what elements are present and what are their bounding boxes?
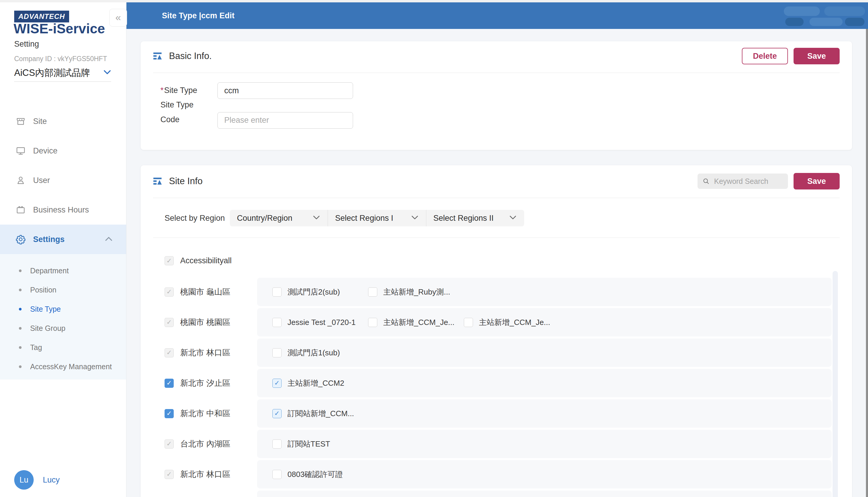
region-checkbox[interactable]: ✓ [165,409,174,418]
region-label: 新北市 汐止區 [180,378,231,388]
sites-panel: 0803確認許可證 [257,460,832,488]
top-header-bar: Site Type |ccm Edit [126,2,868,29]
accessibility-label: Accessibilityall [180,256,232,265]
region-cell: ✓新北市 中和區 [153,408,257,419]
site-checkbox[interactable] [272,287,281,297]
region-cell: ✓台北市 內湖區 [153,439,257,449]
dropdown-regions-2[interactable]: Select Regions II [426,210,524,226]
region-label: 新北市 林口區 [180,469,231,480]
region-row: ✓新北市 汐止區✓主站新增_CCM2 [153,369,840,397]
site-checkbox[interactable] [272,439,281,449]
sidebar-item-settings[interactable]: Settings [0,225,126,254]
submenu-item-accesskey-management[interactable]: AccessKey Management [0,357,126,376]
page-scrollbar[interactable] [866,29,868,497]
redacted-user-info [784,6,820,16]
site-checkbox[interactable] [368,318,377,327]
site-checkbox[interactable] [272,318,281,327]
site-type-label: *Site Type [161,83,218,98]
region-checkbox[interactable]: ✓ [165,348,174,357]
sidebar-item-label: Settings [33,235,65,244]
bullet-icon [19,346,22,349]
chevron-down-icon [411,215,418,221]
settings-submenu: DepartmentPositionSite TypeSite GroupTag… [0,254,126,380]
chevron-up-icon [105,237,113,242]
region-cell: ✓桃園市 龜山區 [153,287,257,297]
region-label: 新北市 林口區 [180,347,231,358]
site-type-code-input[interactable] [218,112,353,129]
site-label: 主站新增_CCM2 [288,378,344,388]
sidebar-item-label: Business Hours [33,205,89,215]
bullet-icon [19,327,22,330]
sidebar-item-business-hours[interactable]: Business Hours [0,195,126,225]
site-cell: ✓訂閱站新增_CCM... [272,409,368,419]
region-row: ✓新北市 永和區✓主站_CCM3 [153,491,840,497]
company-id: Company ID : vkYyFGS50HFT [14,55,107,63]
site-type-input[interactable] [218,82,353,99]
region-row: ✓新北市 林口區測試門店1(sub) [153,339,840,367]
region-row: ✓桃園市 龜山區測試門店2(sub)主站新增_Ruby測... [153,278,840,306]
sidebar-item-label: Site [33,117,47,126]
redacted-user-info [785,18,803,26]
region-label: 新北市 中和區 [180,408,231,419]
site-checkbox[interactable] [368,287,377,297]
site-checkbox[interactable] [464,318,473,327]
dropdown-country-region[interactable]: Country/Region [230,210,328,226]
site-cell: 測試門店1(sub) [272,348,368,358]
brand-selector[interactable]: AiCS內部測試品牌 [14,64,111,82]
submenu-item-department[interactable]: Department [0,261,126,280]
user-profile[interactable]: Lu Lucy [14,470,60,489]
required-asterisk: * [161,86,164,95]
site-cell: ✓主站新增_CCM2 [272,378,368,388]
site-label: 訂閱站TEST [288,439,330,449]
sidebar-item-device[interactable]: Device [0,136,126,166]
site-checkbox[interactable] [272,470,281,479]
region-checkbox[interactable]: ✓ [165,287,174,297]
screen: « ADVANTECH WISE-iService Setting Compan… [0,0,868,497]
site-label: 主站新增_CCM_Je... [479,317,550,328]
select-by-region-label: Select by Region [165,214,230,223]
sites-panel: ✓主站_CCM3 [257,491,832,497]
chevron-down-icon [313,215,320,221]
region-checkbox[interactable]: ✓ [165,470,174,479]
bullet-icon [19,289,22,291]
sidebar-collapse-button[interactable]: « [109,9,127,27]
site-label: 主站新增_Ruby測... [383,287,450,297]
chevron-down-icon [104,70,111,76]
region-checkbox[interactable]: ✓ [165,379,174,388]
site-label: Jessie Test _0720-1 [288,318,356,327]
site-checkbox[interactable]: ✓ [272,379,281,388]
gear-icon [15,234,26,245]
submenu-item-tag[interactable]: Tag [0,338,126,357]
save-button-site-info[interactable]: Save [794,173,840,189]
avatar: Lu [14,470,34,489]
submenu-item-site-type[interactable]: Site Type [0,300,126,319]
site-info-card: Site Info Save Select by Region Country/… [141,165,852,497]
sites-panel: ✓主站新增_CCM2 [257,369,832,397]
site-label: 訂閱站新增_CCM... [288,409,354,419]
site-cell: 主站新增_Ruby測... [368,287,464,297]
accessibility-checkbox[interactable]: ✓ [165,256,174,265]
sidebar-item-site[interactable]: Site [0,106,126,136]
main-area: Site Type |ccm Edit Basic Info. [126,2,868,497]
keyword-search-input[interactable] [714,177,783,186]
dropdown-regions-1[interactable]: Select Regions I [328,210,426,226]
delete-button[interactable]: Delete [742,48,788,64]
basic-info-title: Basic Info. [169,51,212,61]
save-button-basic[interactable]: Save [794,48,840,64]
chevron-down-icon [509,215,516,221]
site-checkbox[interactable] [272,348,281,357]
sidebar-item-user[interactable]: User [0,166,126,195]
calendar-icon [15,204,26,215]
region-row: ✓台北市 內湖區訂閱站TEST [153,430,840,458]
region-checkbox[interactable]: ✓ [165,439,174,449]
list-scrollbar-track[interactable] [832,271,838,497]
submenu-item-label: Department [30,267,69,275]
submenu-item-site-group[interactable]: Site Group [0,319,126,338]
app-subtitle: Setting [14,40,39,49]
submenu-item-position[interactable]: Position [0,280,126,300]
submenu-item-label: Site Type [30,305,61,313]
region-checkbox[interactable]: ✓ [165,318,174,327]
sites-panel: 測試門店2(sub)主站新增_Ruby測... [257,278,832,306]
site-checkbox[interactable]: ✓ [272,409,281,418]
region-dropdown-group: Country/RegionSelect Regions ISelect Reg… [230,210,524,226]
